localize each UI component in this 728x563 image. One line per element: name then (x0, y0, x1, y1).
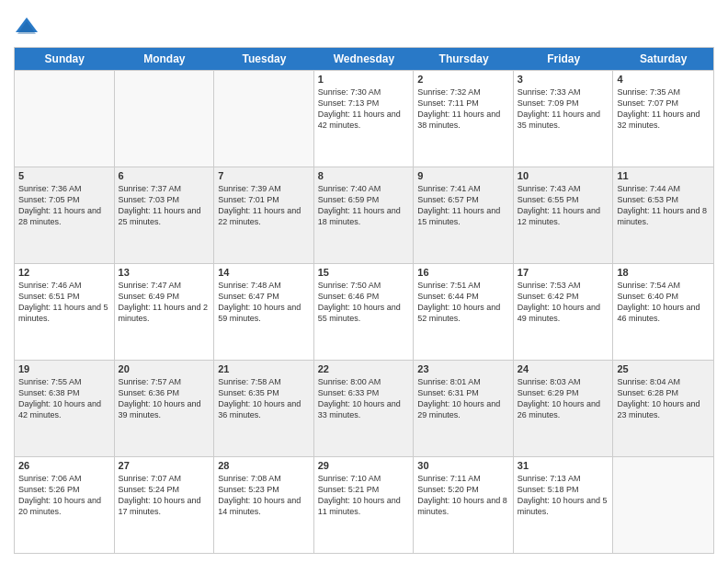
calendar-cell-r3c1: 20Sunrise: 7:57 AM Sunset: 6:36 PM Dayli… (115, 361, 215, 456)
calendar-row-4: 26Sunrise: 7:06 AM Sunset: 5:26 PM Dayli… (15, 456, 713, 553)
cell-detail: Sunrise: 7:55 AM Sunset: 6:38 PM Dayligh… (18, 376, 110, 421)
cell-detail: Sunrise: 7:53 AM Sunset: 6:42 PM Dayligh… (518, 280, 609, 325)
calendar: SundayMondayTuesdayWednesdayThursdayFrid… (14, 47, 714, 554)
day-number: 30 (417, 460, 509, 471)
cell-detail: Sunrise: 7:47 AM Sunset: 6:49 PM Dayligh… (119, 280, 210, 325)
day-number: 6 (119, 170, 210, 181)
calendar-header: SundayMondayTuesdayWednesdayThursdayFrid… (15, 48, 713, 70)
header-day-friday: Friday (514, 48, 614, 70)
cell-detail: Sunrise: 7:13 AM Sunset: 5:18 PM Dayligh… (518, 473, 609, 518)
day-number: 1 (318, 74, 410, 85)
calendar-row-1: 5Sunrise: 7:36 AM Sunset: 7:05 PM Daylig… (15, 167, 713, 263)
cell-detail: Sunrise: 7:35 AM Sunset: 7:07 PM Dayligh… (617, 86, 710, 132)
cell-detail: Sunrise: 7:54 AM Sunset: 6:40 PM Dayligh… (617, 280, 710, 325)
calendar-cell-r2c4: 16Sunrise: 7:51 AM Sunset: 6:44 PM Dayli… (414, 264, 514, 360)
calendar-body: 1Sunrise: 7:30 AM Sunset: 7:13 PM Daylig… (15, 70, 713, 553)
calendar-cell-r4c3: 29Sunrise: 7:10 AM Sunset: 5:21 PM Dayli… (314, 457, 415, 553)
day-number: 11 (617, 170, 710, 181)
day-number: 8 (318, 170, 410, 181)
calendar-cell-r3c6: 25Sunrise: 8:04 AM Sunset: 6:28 PM Dayli… (613, 361, 713, 456)
day-number: 26 (18, 460, 110, 471)
cell-detail: Sunrise: 7:30 AM Sunset: 7:13 PM Dayligh… (318, 86, 410, 132)
day-number: 15 (318, 267, 410, 278)
cell-detail: Sunrise: 7:07 AM Sunset: 5:24 PM Dayligh… (119, 473, 210, 518)
day-number: 5 (18, 170, 110, 181)
day-number: 18 (617, 267, 710, 278)
calendar-cell-r1c4: 9Sunrise: 7:41 AM Sunset: 6:57 PM Daylig… (414, 167, 514, 263)
day-number: 23 (417, 363, 509, 374)
day-number: 12 (18, 267, 110, 278)
day-number: 28 (218, 460, 310, 471)
day-number: 20 (119, 363, 210, 374)
cell-detail: Sunrise: 8:01 AM Sunset: 6:31 PM Dayligh… (417, 376, 509, 421)
day-number: 17 (518, 267, 609, 278)
day-number: 19 (18, 363, 110, 374)
calendar-cell-r2c0: 12Sunrise: 7:46 AM Sunset: 6:51 PM Dayli… (15, 264, 115, 360)
logo (14, 14, 43, 40)
header-day-sunday: Sunday (15, 48, 115, 70)
cell-detail: Sunrise: 7:36 AM Sunset: 7:05 PM Dayligh… (18, 183, 110, 228)
cell-detail: Sunrise: 8:03 AM Sunset: 6:29 PM Dayligh… (518, 376, 609, 421)
cell-detail: Sunrise: 7:44 AM Sunset: 6:53 PM Dayligh… (617, 183, 710, 228)
calendar-cell-r1c5: 10Sunrise: 7:43 AM Sunset: 6:55 PM Dayli… (514, 167, 614, 263)
header (14, 14, 714, 40)
day-number: 13 (119, 267, 210, 278)
cell-detail: Sunrise: 7:10 AM Sunset: 5:21 PM Dayligh… (318, 473, 410, 518)
calendar-cell-r0c2 (214, 71, 314, 167)
day-number: 29 (318, 460, 410, 471)
day-number: 4 (617, 74, 710, 85)
calendar-cell-r1c2: 7Sunrise: 7:39 AM Sunset: 7:01 PM Daylig… (214, 167, 314, 263)
calendar-row-0: 1Sunrise: 7:30 AM Sunset: 7:13 PM Daylig… (15, 70, 713, 167)
day-number: 21 (218, 363, 310, 374)
day-number: 10 (518, 170, 609, 181)
cell-detail: Sunrise: 7:50 AM Sunset: 6:46 PM Dayligh… (318, 280, 410, 325)
cell-detail: Sunrise: 7:32 AM Sunset: 7:11 PM Dayligh… (417, 86, 509, 132)
day-number: 25 (617, 363, 710, 374)
day-number: 22 (318, 363, 410, 374)
cell-detail: Sunrise: 7:57 AM Sunset: 6:36 PM Dayligh… (119, 376, 210, 421)
calendar-cell-r1c1: 6Sunrise: 7:37 AM Sunset: 7:03 PM Daylig… (115, 167, 215, 263)
cell-detail: Sunrise: 7:39 AM Sunset: 7:01 PM Dayligh… (218, 183, 310, 228)
cell-detail: Sunrise: 7:06 AM Sunset: 5:26 PM Dayligh… (18, 473, 110, 518)
cell-detail: Sunrise: 8:00 AM Sunset: 6:33 PM Dayligh… (318, 376, 410, 421)
header-day-tuesday: Tuesday (214, 48, 314, 70)
cell-detail: Sunrise: 7:37 AM Sunset: 7:03 PM Dayligh… (119, 183, 210, 228)
calendar-cell-r1c3: 8Sunrise: 7:40 AM Sunset: 6:59 PM Daylig… (314, 167, 415, 263)
calendar-cell-r4c1: 27Sunrise: 7:07 AM Sunset: 5:24 PM Dayli… (115, 457, 215, 553)
calendar-cell-r0c3: 1Sunrise: 7:30 AM Sunset: 7:13 PM Daylig… (314, 71, 415, 167)
calendar-cell-r1c6: 11Sunrise: 7:44 AM Sunset: 6:53 PM Dayli… (613, 167, 713, 263)
calendar-cell-r3c2: 21Sunrise: 7:58 AM Sunset: 6:35 PM Dayli… (214, 361, 314, 456)
calendar-cell-r3c3: 22Sunrise: 8:00 AM Sunset: 6:33 PM Dayli… (314, 361, 415, 456)
calendar-cell-r1c0: 5Sunrise: 7:36 AM Sunset: 7:05 PM Daylig… (15, 167, 115, 263)
day-number: 9 (417, 170, 509, 181)
calendar-cell-r2c5: 17Sunrise: 7:53 AM Sunset: 6:42 PM Dayli… (514, 264, 614, 360)
day-number: 7 (218, 170, 310, 181)
calendar-cell-r0c4: 2Sunrise: 7:32 AM Sunset: 7:11 PM Daylig… (414, 71, 514, 167)
calendar-cell-r4c5: 31Sunrise: 7:13 AM Sunset: 5:18 PM Dayli… (514, 457, 614, 553)
header-day-monday: Monday (115, 48, 215, 70)
calendar-cell-r3c4: 23Sunrise: 8:01 AM Sunset: 6:31 PM Dayli… (414, 361, 514, 456)
cell-detail: Sunrise: 7:58 AM Sunset: 6:35 PM Dayligh… (218, 376, 310, 421)
calendar-cell-r2c6: 18Sunrise: 7:54 AM Sunset: 6:40 PM Dayli… (613, 264, 713, 360)
calendar-cell-r0c1 (115, 71, 215, 167)
calendar-cell-r4c6 (613, 457, 713, 553)
cell-detail: Sunrise: 7:08 AM Sunset: 5:23 PM Dayligh… (218, 473, 310, 518)
calendar-cell-r3c0: 19Sunrise: 7:55 AM Sunset: 6:38 PM Dayli… (15, 361, 115, 456)
logo-icon (14, 14, 40, 40)
day-number: 2 (417, 74, 509, 85)
cell-detail: Sunrise: 7:48 AM Sunset: 6:47 PM Dayligh… (218, 280, 310, 325)
cell-detail: Sunrise: 7:51 AM Sunset: 6:44 PM Dayligh… (417, 280, 509, 325)
cell-detail: Sunrise: 7:40 AM Sunset: 6:59 PM Dayligh… (318, 183, 410, 228)
calendar-cell-r3c5: 24Sunrise: 8:03 AM Sunset: 6:29 PM Dayli… (514, 361, 614, 456)
calendar-cell-r0c0 (15, 71, 115, 167)
calendar-cell-r0c6: 4Sunrise: 7:35 AM Sunset: 7:07 PM Daylig… (613, 71, 713, 167)
calendar-cell-r4c2: 28Sunrise: 7:08 AM Sunset: 5:23 PM Dayli… (214, 457, 314, 553)
cell-detail: Sunrise: 7:33 AM Sunset: 7:09 PM Dayligh… (518, 86, 609, 132)
day-number: 27 (119, 460, 210, 471)
cell-detail: Sunrise: 8:04 AM Sunset: 6:28 PM Dayligh… (617, 376, 710, 421)
cell-detail: Sunrise: 7:43 AM Sunset: 6:55 PM Dayligh… (518, 183, 609, 228)
header-day-wednesday: Wednesday (314, 48, 415, 70)
header-day-saturday: Saturday (613, 48, 713, 70)
day-number: 3 (518, 74, 609, 85)
page: SundayMondayTuesdayWednesdayThursdayFrid… (0, 0, 728, 563)
